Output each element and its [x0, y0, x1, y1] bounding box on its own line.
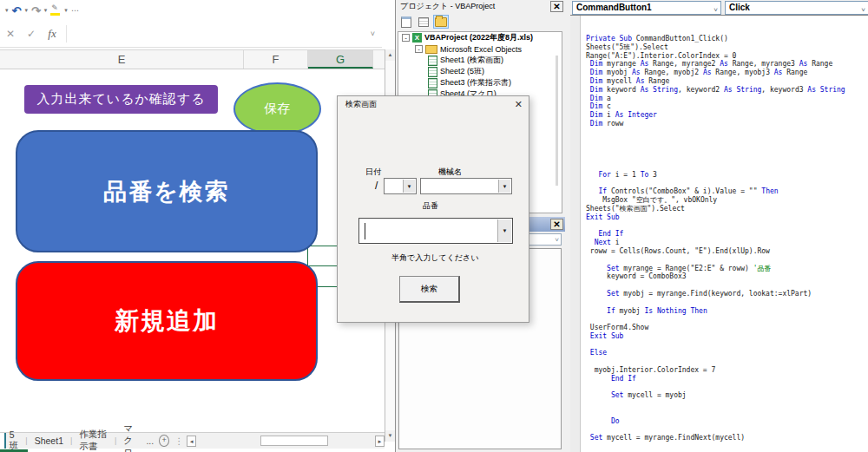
tree-item[interactable]: Sheet2 (5班) [398, 66, 562, 77]
view-code-button[interactable] [398, 15, 414, 29]
code-line: Set mycell = myrange.FindNext(mycell) [586, 434, 845, 442]
code-line: roww = Cells(Rows.Count, "E").End(xlUp).… [586, 247, 845, 256]
folder-icon [425, 45, 437, 54]
code-line [586, 162, 845, 171]
code-line [586, 256, 845, 265]
search-button[interactable]: 検索 [399, 276, 460, 303]
text-caret [365, 223, 365, 239]
tree-collapse-icon[interactable]: - [402, 34, 410, 42]
tree-item[interactable]: Sheet3 (作業指示書) [398, 77, 562, 88]
add-new-shape[interactable]: 新規追加 [16, 261, 318, 381]
column-header-G[interactable]: G [308, 50, 373, 69]
redo-icon[interactable]: ↷ [31, 5, 41, 16]
view-object-icon [418, 17, 429, 27]
code-line: Sheets("検索画面").Select [586, 205, 845, 213]
chevron-down-icon[interactable]: ▼ [498, 180, 510, 193]
code-line [586, 154, 845, 162]
horizontal-scrollbar[interactable] [247, 436, 372, 447]
code-margin-strip[interactable] [570, 16, 581, 452]
code-line: UserForm4.Show [586, 324, 845, 332]
scroll-up-icon[interactable]: ▲ [385, 49, 395, 61]
add-sheet-button[interactable]: + [159, 435, 169, 447]
formula-bar: ✕ ✓ fx ˅ [0, 21, 382, 48]
clipped-active-tab[interactable] [0, 433, 6, 449]
sheet-icon [428, 67, 437, 77]
pen-icon: ✎ [51, 3, 58, 12]
hscroll-left-icon[interactable]: ◄ [187, 436, 196, 447]
date-slash-label: / [375, 180, 378, 192]
code-line: End If [586, 230, 845, 239]
highlight-caret-icon[interactable]: ▾ [64, 7, 68, 14]
tree-item[interactable]: -Microsoft Excel Objects [398, 43, 562, 55]
toggle-folders-button[interactable] [433, 15, 449, 29]
sheet-tab[interactable]: マクロ [120, 423, 144, 452]
code-line: Range("A:E").Interior.ColorIndex = 0 [586, 52, 845, 61]
quick-access-toolbar: ▾ ↶ ▾ ↷ ▾ ✎ ▾ ⋯ [0, 0, 382, 21]
column-header-E[interactable]: E [0, 50, 244, 69]
hscroll-thumb[interactable] [260, 436, 328, 446]
column-headers: EFG [0, 49, 385, 69]
code-editor[interactable]: Private Sub CommandButton1_Click()Sheets… [582, 16, 868, 452]
close-icon[interactable]: ✕ [515, 99, 523, 110]
sheet-tabs: 5班|Sheet1|作業指示書|マクロ [6, 423, 145, 452]
qat-more-icon[interactable]: ⋯ [71, 5, 79, 16]
project-tree-scrollbar[interactable] [556, 56, 558, 186]
undo-icon[interactable]: ↶ [12, 5, 22, 16]
code-line: Dim keyword As String, keyword2 As Strin… [586, 86, 845, 95]
qat-dropdown-icon[interactable]: ▾ [5, 7, 9, 14]
tabs-overflow-label[interactable]: ... [146, 436, 154, 446]
sheet-tab[interactable]: Sheet1 [31, 436, 67, 446]
code-line [586, 409, 845, 417]
highlight-color-icon[interactable]: ✎ [50, 5, 61, 16]
chevron-down-icon: ˅ [861, 4, 865, 15]
cancel-icon[interactable]: ✕ [0, 28, 21, 40]
undo-caret-icon[interactable]: ▾ [24, 7, 28, 14]
code-line: Dim roww [586, 120, 845, 128]
code-line [586, 145, 845, 154]
chevron-down-icon: ˅ [555, 236, 559, 244]
tab-separator: | [115, 436, 116, 445]
part-number-label: 品番 [423, 200, 438, 212]
machine-combobox[interactable]: ▼ [420, 178, 512, 194]
code-line: If myobj Is Nothing Then [586, 307, 845, 316]
code-line: Do [586, 417, 845, 426]
chevron-down-icon[interactable]: ▼ [403, 180, 415, 193]
scroll-down-icon[interactable]: ▼ [385, 430, 395, 442]
code-line [586, 281, 845, 290]
code-line [586, 426, 845, 435]
chevron-down-icon[interactable]: ▼ [497, 219, 511, 242]
column-header-F[interactable]: F [244, 50, 308, 69]
date-label: 日付 [365, 167, 381, 178]
date-combobox[interactable]: ▼ [384, 178, 417, 194]
code-line [586, 222, 845, 231]
sheet-icon [428, 56, 437, 66]
part-number-combobox[interactable]: ▼ [358, 218, 513, 244]
formula-bar-expand-icon[interactable]: ˅ [371, 29, 375, 38]
tree-item[interactable]: Sheet1 (検索画面) [398, 55, 562, 66]
tab-separator: | [25, 436, 27, 445]
userform-title: 検索画面 [338, 96, 529, 112]
code-line: Private Sub CommandButton1_Click() [586, 35, 845, 43]
sheet-tab[interactable]: 作業指示書 [76, 429, 111, 452]
object-dropdown[interactable]: CommandButton1 ˅ [572, 1, 721, 15]
insert-function-icon[interactable]: fx [42, 27, 62, 41]
tree-item[interactable]: -XVBAProject (2022年度8月.xls) [398, 32, 562, 43]
tree-collapse-icon[interactable]: - [415, 45, 423, 53]
project-close-button[interactable]: ✕ [550, 1, 563, 12]
project-toolbar [398, 14, 449, 29]
view-code-icon [401, 16, 411, 28]
properties-close-button[interactable]: ✕ [550, 219, 563, 230]
save-shape[interactable]: 保存 [233, 82, 321, 135]
confirm-input-shape[interactable]: 入力出来ているか確認する [24, 85, 218, 114]
search-part-number-shape[interactable]: 品番を検索 [16, 130, 318, 252]
view-object-button[interactable] [416, 15, 431, 29]
tab-menu-icon[interactable]: ⋮ [174, 436, 184, 446]
object-dropdown-value: CommandButton1 [576, 3, 652, 12]
enter-icon[interactable]: ✓ [21, 28, 42, 40]
event-dropdown[interactable]: Click ˅ [725, 1, 868, 15]
hscroll-right-icon[interactable]: ► [375, 436, 385, 447]
redo-caret-icon[interactable]: ▾ [44, 7, 48, 14]
code-line: Dim mycell As Range [586, 77, 845, 86]
code-line: Dim myrange As Range, myrange2 As Range,… [586, 60, 845, 69]
event-dropdown-value: Click [729, 3, 750, 12]
